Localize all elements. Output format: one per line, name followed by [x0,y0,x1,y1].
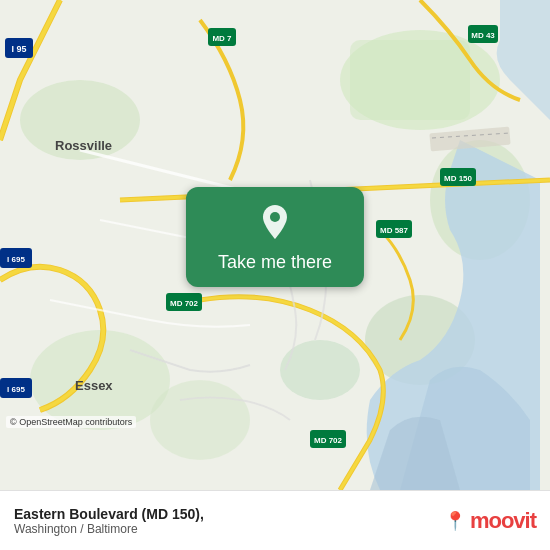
moovit-logo: moovit [470,508,536,534]
osm-copyright: © OpenStreetMap contributors [6,416,136,428]
svg-point-31 [270,212,280,222]
svg-text:MD 587: MD 587 [380,226,409,235]
footer-location-info: Eastern Boulevard (MD 150), Washington /… [14,506,204,536]
take-me-there-button[interactable]: Take me there [186,187,364,287]
take-me-there-label: Take me there [218,252,332,273]
footer-bar: Eastern Boulevard (MD 150), Washington /… [0,490,550,550]
svg-text:Rossville: Rossville [55,138,112,153]
svg-rect-4 [350,40,470,120]
svg-text:I 695: I 695 [7,385,25,394]
svg-text:I 95: I 95 [11,44,26,54]
svg-text:I 695: I 695 [7,255,25,264]
navigation-button-overlay: Take me there [186,187,364,287]
footer-location-name: Eastern Boulevard (MD 150), [14,506,204,522]
svg-text:MD 702: MD 702 [170,299,199,308]
svg-text:MD 702: MD 702 [314,436,343,445]
moovit-pin-icon: 📍 [444,510,466,532]
svg-text:MD 7: MD 7 [212,34,232,43]
svg-text:Essex: Essex [75,378,113,393]
svg-text:MD 43: MD 43 [471,31,495,40]
svg-text:MD 150: MD 150 [444,174,473,183]
moovit-branding: 📍 moovit [444,508,536,534]
svg-point-6 [150,380,250,460]
location-pin-icon [259,205,291,246]
svg-point-7 [280,340,360,400]
footer-region-name: Washington / Baltimore [14,522,204,536]
map-container: I 95 I 695 I 695 MD 7 MD 43 MD 150 MD 58… [0,0,550,490]
